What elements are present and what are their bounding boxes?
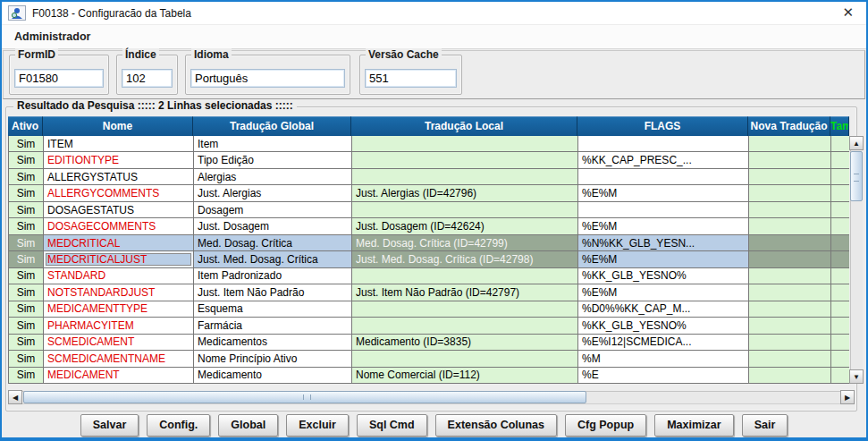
cell-nova[interactable]	[749, 251, 831, 267]
cell-local[interactable]	[352, 268, 578, 284]
cell-tama[interactable]	[831, 284, 850, 300]
cell-global[interactable]: Medicamento	[194, 368, 352, 383]
extensao-colunas-button[interactable]: Extensão Colunas	[435, 414, 557, 437]
cell-nova[interactable]	[749, 136, 831, 151]
salvar-button[interactable]: Salvar	[80, 414, 139, 437]
cell-ativo[interactable]: Sim	[9, 284, 44, 300]
cell-local[interactable]	[352, 136, 578, 151]
cell-nome[interactable]: MEDICAMENT	[44, 368, 194, 383]
cell-flags[interactable]: %E%M	[578, 185, 749, 200]
cell-tama[interactable]	[831, 351, 850, 366]
cell-local[interactable]	[352, 169, 578, 184]
sair-button[interactable]: Sair	[742, 414, 788, 437]
cell-local[interactable]: Just. Med. Dosag. Crítica (ID=42798)	[352, 251, 578, 267]
cell-nova[interactable]	[749, 351, 831, 366]
cell-flags[interactable]	[578, 136, 749, 151]
table-row[interactable]: SimALLERGYSTATUSAlergias	[9, 169, 849, 185]
cell-local[interactable]	[352, 202, 578, 217]
excluir-button[interactable]: Excluir	[286, 414, 349, 437]
sql-cmd-button[interactable]: Sql Cmd	[357, 414, 427, 437]
cell-ativo[interactable]: Sim	[9, 169, 44, 184]
scroll-right-icon[interactable]: ▶	[840, 390, 855, 404]
cell-local[interactable]	[352, 152, 578, 167]
formid-input[interactable]	[14, 69, 104, 88]
cell-flags[interactable]	[578, 202, 749, 217]
cell-nome[interactable]: EDITIONTYPE	[44, 152, 194, 167]
cell-ativo[interactable]: Sim	[9, 251, 44, 267]
cell-nova[interactable]	[749, 235, 831, 250]
global-button[interactable]: Global	[218, 414, 278, 437]
cell-ativo[interactable]: Sim	[9, 301, 44, 317]
cell-global[interactable]: Item	[194, 136, 352, 151]
cell-nome[interactable]: ALLERGYCOMMENTS	[44, 185, 194, 200]
cell-flags[interactable]: %E%I12|SCMEDICA...	[578, 335, 749, 350]
cell-nome[interactable]: SCMEDICAMENT	[44, 335, 194, 350]
table-row[interactable]: SimMEDCRITICALMed. Dosag. CríticaMed. Do…	[9, 235, 849, 251]
cell-flags[interactable]: %N%KK_GLB_YESN...	[578, 235, 749, 250]
cell-tama[interactable]	[831, 318, 850, 333]
cell-ativo[interactable]: Sim	[9, 318, 44, 333]
cell-tama[interactable]	[831, 335, 850, 350]
scroll-left-icon[interactable]: ◀	[8, 390, 22, 404]
cell-tama[interactable]	[831, 235, 850, 250]
vertical-scroll-thumb[interactable]	[850, 151, 863, 201]
vertical-scrollbar[interactable]: ▲ ▼	[849, 136, 864, 384]
cell-global[interactable]: Medicamentos	[194, 335, 352, 350]
cell-global[interactable]: Farmácia	[194, 318, 352, 333]
cell-nova[interactable]	[749, 169, 831, 184]
cfg-popup-button[interactable]: Cfg Popup	[565, 414, 646, 437]
close-icon[interactable]: ✕	[842, 4, 854, 21]
cell-nova[interactable]	[749, 218, 831, 233]
table-row[interactable]: SimPHARMACYITEMFarmácia%KK_GLB_YESNO%	[9, 318, 849, 334]
cell-tama[interactable]	[831, 169, 850, 184]
column-header-nova-traducao[interactable]: Nova Tradução	[748, 116, 830, 136]
cell-local[interactable]: Med. Dosag. Crítica (ID=42799)	[352, 235, 578, 250]
cell-nova[interactable]	[749, 368, 831, 383]
cell-global[interactable]: Just. Dosagem	[194, 218, 352, 233]
cell-nova[interactable]	[749, 185, 831, 200]
cell-global[interactable]: Just. Item Não Padrão	[194, 284, 352, 300]
cell-ativo[interactable]: Sim	[9, 218, 44, 233]
table-row[interactable]: SimEDITIONTYPETipo Edição%KK_CAP_PRESC_.…	[9, 152, 849, 168]
cell-local[interactable]	[352, 318, 578, 333]
cell-local[interactable]	[352, 351, 578, 366]
cell-nome[interactable]: MEDCRITICAL	[44, 235, 194, 250]
cell-nova[interactable]	[749, 318, 831, 333]
cell-nome[interactable]: STANDARD	[44, 268, 194, 284]
cell-nova[interactable]	[749, 301, 831, 317]
cell-flags[interactable]: %D0%%KK_CAP_M...	[578, 301, 749, 317]
versao-cache-input[interactable]	[365, 69, 457, 88]
table-row[interactable]: SimITEMItem	[9, 136, 849, 152]
cell-global[interactable]: Alergias	[194, 169, 352, 184]
cell-tama[interactable]	[831, 152, 850, 167]
cell-flags[interactable]: %M	[578, 351, 749, 366]
cell-ativo[interactable]: Sim	[9, 351, 44, 366]
cell-global[interactable]: Esquema	[194, 301, 352, 317]
cell-nome[interactable]: DOSAGECOMMENTS	[44, 218, 194, 233]
cell-nova[interactable]	[749, 284, 831, 300]
column-header-nome[interactable]: Nome	[43, 116, 193, 136]
cell-nome[interactable]: ITEM	[44, 136, 194, 151]
cell-ativo[interactable]: Sim	[9, 335, 44, 350]
cell-tama[interactable]	[831, 301, 850, 317]
column-header-tamanho[interactable]: Tama	[830, 116, 849, 136]
cell-flags[interactable]	[578, 169, 749, 184]
cell-nome[interactable]: MEDCRITICALJUST	[44, 251, 194, 267]
cell-local[interactable]: Nome Comercial (ID=112)	[352, 368, 578, 383]
table-row[interactable]: SimNOTSTANDARDJUSTJust. Item Não PadrãoJ…	[9, 284, 849, 301]
cell-ativo[interactable]: Sim	[9, 152, 44, 167]
cell-flags[interactable]: %KK_CAP_PRESC_...	[578, 152, 749, 167]
table-row[interactable]: SimMEDICAMENTMedicamentoNome Comercial (…	[9, 368, 849, 384]
cell-global[interactable]: Item Padronizado	[194, 268, 352, 284]
cell-ativo[interactable]: Sim	[9, 202, 44, 217]
cell-flags[interactable]: %KK_GLB_YESNO%	[578, 318, 749, 333]
cell-nova[interactable]	[749, 202, 831, 217]
config-button[interactable]: Config.	[147, 414, 210, 437]
cell-ativo[interactable]: Sim	[9, 185, 44, 200]
column-header-traducao-global[interactable]: Tradução Global	[193, 116, 351, 136]
cell-global[interactable]: Tipo Edição	[194, 152, 352, 167]
cell-local[interactable]: Medicamento (ID=3835)	[352, 335, 578, 350]
cell-global[interactable]: Nome Princípio Ativo	[194, 351, 352, 366]
cell-nome[interactable]: NOTSTANDARDJUST	[44, 284, 194, 300]
cell-flags[interactable]: %E%M	[578, 218, 749, 233]
